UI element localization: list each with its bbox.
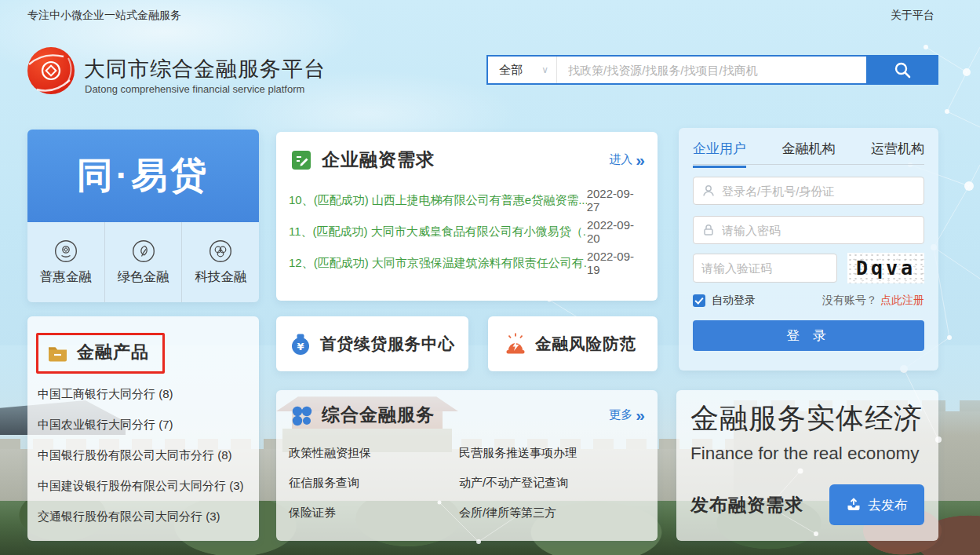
tong-yidai-title: 同·易贷 bbox=[77, 152, 209, 200]
search-input[interactable] bbox=[557, 57, 866, 83]
lock-icon bbox=[701, 223, 716, 237]
tong-yidai-card[interactable]: 同·易贷 普惠金融 绿色金融 bbox=[27, 130, 259, 302]
search-icon bbox=[893, 60, 912, 79]
login-button[interactable]: 登 录 bbox=[693, 320, 924, 351]
service-link[interactable]: 征信服务查询 bbox=[289, 468, 459, 498]
register-link[interactable]: 点此注册 bbox=[880, 294, 924, 308]
financing-needs-title: 企业融资需求 bbox=[322, 148, 435, 172]
bank-item[interactable]: 交通银行股份有限公司大同分行 (3) bbox=[38, 501, 251, 531]
risk-prevention-title: 金融风险防范 bbox=[535, 333, 636, 355]
about-platform-link[interactable]: 关于平台 bbox=[891, 9, 934, 23]
four-dots-icon bbox=[290, 404, 312, 426]
financial-products-title: 金融产品 bbox=[77, 341, 149, 364]
service-link[interactable]: 保险证券 bbox=[289, 498, 459, 528]
feature-tech-finance[interactable]: 科技金融 bbox=[181, 222, 259, 302]
services-more-link[interactable]: 更多 » bbox=[609, 407, 645, 423]
coin-hand-icon bbox=[54, 239, 78, 263]
search-category-select[interactable]: 全部 ∨ bbox=[488, 57, 557, 83]
financial-products-card: 金融产品 中国工商银行大同分行 (8) 中国农业银行大同分行 (7) 中国银行股… bbox=[27, 316, 259, 541]
alarm-siren-icon bbox=[504, 332, 527, 356]
login-panel: 企业用户 金融机构 运营机构 bbox=[679, 128, 938, 371]
service-link[interactable]: 动产/不动产登记查询 bbox=[459, 468, 645, 498]
financing-need-item[interactable]: 12、(匹配成功) 大同市京强保温建筑涂料有限责任公司有... 2022-09-… bbox=[276, 247, 658, 279]
financing-needs-card: 企业融资需求 进入 » 10、(匹配成功) 山西上捷电梯有限公司有普惠e贷融资需… bbox=[276, 132, 658, 301]
page: 专注中小微企业一站式金融服务 关于平台 大同市综合金融服务平台 Datong c… bbox=[0, 0, 980, 555]
bank-item[interactable]: 中国建设银行股份有限公司大同分行 (3) bbox=[38, 470, 251, 501]
svg-text:¥: ¥ bbox=[297, 341, 304, 352]
user-icon bbox=[701, 184, 716, 198]
double-arrow-icon: » bbox=[636, 152, 645, 168]
chevron-down-icon: ∨ bbox=[541, 64, 548, 75]
bank-item[interactable]: 中国银行股份有限公司大同市分行 (8) bbox=[38, 440, 251, 470]
auto-login-checkbox[interactable] bbox=[693, 294, 705, 307]
folder-icon bbox=[47, 342, 68, 363]
no-account-text: 没有账号？ bbox=[822, 294, 877, 308]
tong-yidai-banner[interactable]: 同·易贷 bbox=[27, 130, 259, 222]
site-subtitle: Datong comprehensive financial service p… bbox=[85, 83, 304, 95]
financing-needs-enter-link[interactable]: 进入 » bbox=[609, 152, 645, 168]
first-loan-center-card[interactable]: ¥ 首贷续贷服务中心 bbox=[276, 316, 468, 371]
comprehensive-services-title: 综合金融服务 bbox=[322, 403, 435, 427]
bank-item[interactable]: 中国农业银行大同分行 (7) bbox=[38, 409, 251, 440]
search-bar: 全部 ∨ bbox=[486, 55, 938, 85]
search-button[interactable] bbox=[866, 55, 938, 85]
password-input[interactable] bbox=[722, 224, 916, 237]
promo-card: 金融服务实体经济 Finance for the real economy 发布… bbox=[676, 390, 938, 541]
promo-title: 金融服务实体经济 bbox=[690, 400, 924, 438]
upload-icon bbox=[846, 497, 862, 513]
bank-list: 中国工商银行大同分行 (8) 中国农业银行大同分行 (7) 中国银行股份有限公司… bbox=[38, 378, 251, 531]
bank-item[interactable]: 中国工商银行大同分行 (8) bbox=[38, 378, 251, 409]
service-link[interactable]: 民营服务推送事项办理 bbox=[459, 438, 645, 468]
service-link[interactable]: 会所/律所等第三方 bbox=[459, 498, 645, 528]
tech-knot-icon bbox=[209, 239, 232, 263]
topbar-slogan: 专注中小微企业一站式金融服务 bbox=[27, 9, 181, 23]
double-arrow-icon: » bbox=[636, 407, 645, 423]
money-bag-icon: ¥ bbox=[289, 332, 312, 356]
auto-login-label: 自动登录 bbox=[712, 294, 756, 308]
tabs-underline bbox=[693, 164, 924, 165]
captcha-image[interactable]: Dqva bbox=[847, 253, 924, 283]
site-logo bbox=[26, 44, 76, 96]
username-input[interactable] bbox=[722, 184, 916, 198]
service-link[interactable]: 政策性融资担保 bbox=[289, 438, 459, 468]
financing-needs-icon bbox=[290, 149, 312, 171]
site-title: 大同市综合金融服务平台 bbox=[84, 55, 326, 83]
risk-prevention-card[interactable]: 金融风险防范 bbox=[488, 316, 658, 371]
feature-inclusive-finance[interactable]: 普惠金融 bbox=[27, 222, 104, 302]
promo-subtitle: Finance for the real economy bbox=[690, 444, 924, 464]
feature-green-finance[interactable]: 绿色金融 bbox=[104, 222, 182, 302]
go-publish-button[interactable]: 去发布 bbox=[829, 484, 924, 525]
comprehensive-services-card: 综合金融服务 更多 » 政策性融资担保 民营服务推送事项办理 征信服务查询 动产… bbox=[276, 390, 658, 541]
first-loan-center-title: 首贷续贷服务中心 bbox=[320, 333, 455, 355]
captcha-input[interactable] bbox=[701, 261, 858, 275]
financing-need-item[interactable]: 11、(匹配成功) 大同市大威皇食品有限公司有小微易贷（... 2022-09-… bbox=[276, 216, 658, 247]
financing-need-item[interactable]: 10、(匹配成功) 山西上捷电梯有限公司有普惠e贷融资需... 2022-09-… bbox=[276, 184, 658, 216]
publish-needs-label: 发布融资需求 bbox=[690, 493, 803, 517]
leaf-icon bbox=[132, 239, 155, 263]
